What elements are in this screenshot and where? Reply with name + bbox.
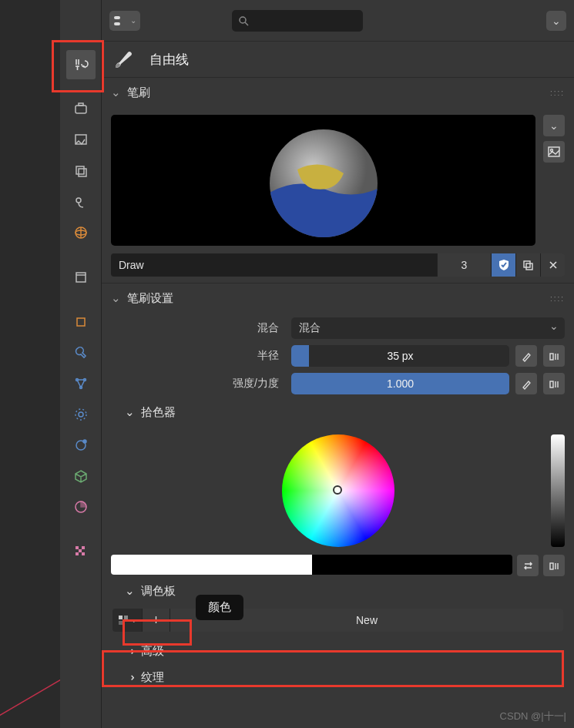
svg-rect-20 [82, 546, 85, 549]
tool-label: 自由线 [149, 51, 189, 69]
unlink-button[interactable] [540, 253, 565, 277]
color-cursor[interactable] [333, 485, 342, 495]
annotation-highlight-palette-header [123, 619, 192, 646]
brush-name-input[interactable] [111, 253, 437, 277]
strength-pressure-button[interactable] [515, 373, 537, 394]
brush-image-button[interactable] [543, 141, 565, 163]
swap-colors-button[interactable] [517, 555, 539, 576]
secondary-color[interactable] [312, 555, 513, 575]
svg-point-17 [83, 440, 86, 443]
svg-rect-34 [550, 381, 553, 387]
render-tab-icon[interactable] [66, 95, 96, 124]
annotation-highlight-tool-tab [52, 40, 104, 92]
panel-topbar: ⌄ ⌄ [102, 0, 574, 42]
brush-preview[interactable] [111, 115, 535, 246]
strength-slider[interactable]: 1.000 [291, 373, 509, 394]
svg-point-26 [240, 17, 246, 23]
texture-tab-icon[interactable] [66, 537, 96, 566]
svg-point-6 [76, 198, 81, 203]
svg-rect-24 [114, 16, 120, 19]
color-wheel[interactable] [282, 434, 394, 547]
viewport-empty [0, 0, 60, 728]
drag-handle-icon[interactable]: :::: [550, 294, 565, 303]
color-options-button[interactable] [543, 555, 565, 576]
options-dropdown-button[interactable]: ⌄ [546, 11, 566, 31]
tool-header: 自由线 [102, 42, 574, 77]
output-tab-icon[interactable] [66, 126, 96, 155]
tooltip: 颜色 [196, 595, 243, 620]
brush-icon [112, 48, 136, 71]
search-input[interactable] [232, 10, 363, 32]
svg-rect-19 [76, 546, 79, 549]
brush-expand-button[interactable]: ⌄ [543, 115, 565, 136]
svg-rect-1 [76, 106, 86, 113]
scene-tab-icon[interactable] [66, 187, 96, 216]
svg-point-15 [76, 409, 86, 420]
object-tab-icon[interactable] [66, 307, 96, 337]
display-options-button[interactable]: ⌄ [109, 11, 140, 31]
svg-point-14 [79, 412, 83, 417]
chevron-down-icon: ⌄ [125, 405, 135, 419]
blend-label: 混合 [111, 321, 285, 335]
svg-point-30 [551, 149, 553, 152]
svg-rect-21 [79, 549, 82, 552]
svg-rect-9 [76, 275, 86, 282]
svg-rect-23 [82, 552, 85, 555]
brush-section-header[interactable]: ⌄ 笔刷 :::: [102, 78, 574, 107]
chevron-down-icon: ⌄ [125, 584, 135, 598]
physics-tab-icon[interactable] [66, 400, 96, 429]
brush-users-count[interactable]: 3 [437, 253, 491, 277]
particle-tab-icon[interactable] [66, 369, 96, 398]
svg-rect-2 [79, 103, 83, 106]
svg-rect-22 [76, 552, 79, 555]
mesh-tab-icon[interactable] [66, 461, 96, 491]
blend-mode-select[interactable]: 混合 [291, 317, 565, 339]
modifier-tab-icon[interactable] [66, 338, 96, 367]
svg-rect-32 [526, 263, 532, 270]
value-slider[interactable] [551, 434, 565, 547]
radius-slider[interactable]: 35 px [291, 345, 509, 367]
world-tab-icon[interactable] [66, 218, 96, 247]
color-swatch[interactable] [111, 555, 512, 575]
annotation-highlight-new-row [102, 650, 564, 687]
brush-settings-header[interactable]: ⌄ 笔刷设置 :::: [102, 283, 574, 313]
chevron-down-icon: ⌄ [111, 291, 121, 305]
radius-unit-button[interactable] [543, 345, 565, 367]
strength-label: 强度/力度 [111, 377, 285, 391]
material-tab-icon[interactable] [66, 492, 96, 522]
primary-color[interactable] [111, 555, 312, 575]
radius-pressure-button[interactable] [515, 345, 537, 367]
collection-tab-icon[interactable] [66, 263, 96, 292]
duplicate-button[interactable] [515, 253, 540, 277]
radius-label: 半径 [111, 349, 285, 363]
svg-rect-5 [79, 169, 86, 176]
strength-unit-button[interactable] [543, 373, 565, 394]
constraint-tab-icon[interactable] [66, 431, 96, 460]
svg-rect-35 [550, 563, 553, 569]
palette-header[interactable]: ⌄ 调色板 [102, 578, 574, 604]
chevron-down-icon: ⌄ [111, 86, 121, 99]
brush-section: ⌄ 笔刷 :::: ⌄ [102, 77, 574, 277]
properties-sidebar [60, 0, 102, 728]
svg-rect-4 [76, 166, 84, 174]
fake-user-button[interactable] [491, 253, 515, 277]
drag-handle-icon[interactable]: :::: [550, 89, 565, 97]
color-picker-header[interactable]: ⌄ 拾色器 [102, 399, 574, 425]
svg-rect-31 [524, 261, 530, 267]
svg-rect-25 [114, 22, 120, 25]
viewlayer-tab-icon[interactable] [66, 156, 96, 186]
watermark: CSDN @|十一| [500, 710, 566, 723]
svg-rect-33 [550, 354, 553, 360]
svg-rect-10 [77, 318, 85, 326]
search-icon [238, 15, 249, 26]
